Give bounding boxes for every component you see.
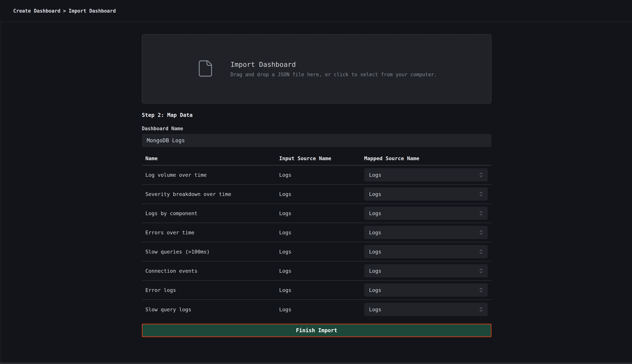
row-input-source: Logs <box>279 306 364 312</box>
row-name: Slow queries (>100ms) <box>142 249 279 255</box>
mapped-source-value: Logs <box>369 191 381 197</box>
finish-import-button[interactable]: Finish Import <box>142 324 491 337</box>
row-input-source: Logs <box>279 191 364 197</box>
table-row: Error logs Logs Logs <box>142 280 491 300</box>
chevron-updown-icon <box>479 229 483 236</box>
bottom-edge <box>0 363 632 364</box>
row-input-source: Logs <box>279 230 364 236</box>
row-input-source: Logs <box>279 268 364 274</box>
dropzone-title: Import Dashboard <box>231 60 437 68</box>
row-name: Severity breakdown over time <box>142 191 279 197</box>
column-header-input-source: Input Source Name <box>279 156 364 161</box>
dashboard-name-input[interactable] <box>142 134 491 147</box>
row-input-source: Logs <box>279 172 364 178</box>
main-content: Import Dashboard Drag and drop a JSON fi… <box>1 22 632 363</box>
mapped-source-select[interactable]: Logs <box>364 188 488 201</box>
row-input-source: Logs <box>279 249 364 255</box>
table-header-row: Name Input Source Name Mapped Source Nam… <box>142 156 491 166</box>
top-bar: Create Dashboard > Import Dashboard <box>0 0 632 22</box>
column-header-name: Name <box>142 156 279 161</box>
table-row: Logs by component Logs Logs <box>142 204 491 223</box>
mapped-source-value: Logs <box>369 306 381 312</box>
table-row: Connection events Logs Logs <box>142 262 491 280</box>
mapped-source-value: Logs <box>369 210 381 216</box>
row-name: Errors over time <box>142 230 279 236</box>
row-name: Error logs <box>142 287 279 293</box>
mapped-source-select[interactable]: Logs <box>364 303 488 316</box>
mapped-source-select[interactable]: Logs <box>364 207 488 220</box>
row-input-source: Logs <box>279 287 364 293</box>
mapped-source-value: Logs <box>369 268 381 274</box>
content-column: Import Dashboard Drag and drop a JSON fi… <box>142 22 491 337</box>
dropzone-text: Import Dashboard Drag and drop a JSON fi… <box>231 60 437 77</box>
mapped-source-select[interactable]: Logs <box>364 168 488 182</box>
mapped-source-value: Logs <box>369 230 381 236</box>
dashboard-name-label: Dashboard Name <box>142 126 491 131</box>
chevron-updown-icon <box>479 306 483 312</box>
table-row: Severity breakdown over time Logs Logs <box>142 185 491 204</box>
mapped-source-select[interactable]: Logs <box>364 264 488 278</box>
chevron-updown-icon <box>479 191 483 197</box>
table-row: Errors over time Logs Logs <box>142 223 491 242</box>
chevron-updown-icon <box>479 268 483 274</box>
chevron-updown-icon <box>479 172 483 178</box>
mapped-source-select[interactable]: Logs <box>364 226 488 239</box>
breadcrumb: Create Dashboard > Import Dashboard <box>13 8 116 14</box>
file-icon <box>196 59 215 78</box>
row-name: Slow query logs <box>142 306 279 312</box>
breadcrumb-separator: > <box>63 8 66 14</box>
mapped-source-value: Logs <box>369 172 381 178</box>
step-heading: Step 2: Map Data <box>142 112 491 118</box>
chevron-updown-icon <box>479 248 483 255</box>
column-header-mapped-source: Mapped Source Name <box>364 156 491 161</box>
mapped-source-select[interactable]: Logs <box>364 245 488 258</box>
json-file-dropzone[interactable]: Import Dashboard Drag and drop a JSON fi… <box>142 34 491 104</box>
row-name: Connection events <box>142 268 279 274</box>
row-name: Logs by component <box>142 210 279 216</box>
breadcrumb-item-import-dashboard[interactable]: Import Dashboard <box>69 8 116 14</box>
table-row: Slow queries (>100ms) Logs Logs <box>142 242 491 262</box>
table-row: Slow query logs Logs Logs <box>142 300 491 319</box>
breadcrumb-item-create-dashboard[interactable]: Create Dashboard <box>13 8 60 14</box>
row-input-source: Logs <box>279 210 364 216</box>
table-row: Log volume over time Logs Logs <box>142 166 491 185</box>
chevron-updown-icon <box>479 287 483 293</box>
mapping-table: Name Input Source Name Mapped Source Nam… <box>142 156 491 319</box>
chevron-updown-icon <box>479 210 483 216</box>
mapped-source-select[interactable]: Logs <box>364 284 488 296</box>
mapped-source-value: Logs <box>369 249 381 255</box>
mapped-source-value: Logs <box>369 287 381 293</box>
dropzone-subtitle: Drag and drop a JSON file here, or click… <box>231 72 437 77</box>
row-name: Log volume over time <box>142 172 279 178</box>
